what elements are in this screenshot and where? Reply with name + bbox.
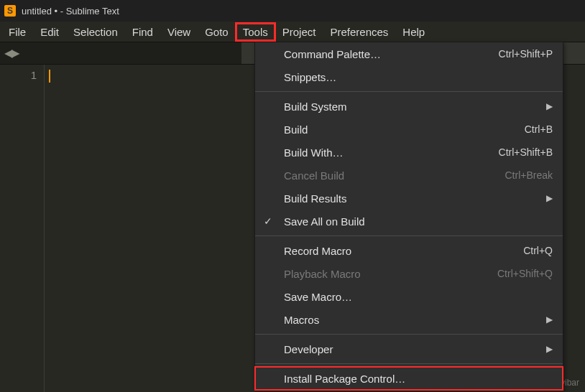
menu-install-package-control[interactable]: Install Package Control… (255, 367, 563, 390)
chevron-right-icon: ▶ (546, 101, 553, 111)
menu-label: Save All on Build (284, 215, 365, 228)
menu-label: Build Results (284, 192, 347, 205)
tools-dropdown: Command Palette… Ctrl+Shift+P Snippets… … (254, 42, 563, 391)
menu-separator (255, 91, 563, 92)
menu-bar: File Edit Selection Find View Goto Tools… (0, 22, 585, 42)
menu-label: Cancel Build (284, 169, 344, 182)
menu-label: Developer (284, 343, 333, 355)
menu-separator (255, 334, 563, 335)
menu-label: Snippets… (284, 71, 336, 83)
title-bar: S untitled • - Sublime Text (0, 0, 585, 22)
menu-file[interactable]: File (1, 23, 33, 41)
menu-playback-macro: Playback Macro Ctrl+Shift+Q (255, 262, 563, 285)
menu-shortcut: Ctrl+Shift+B (499, 146, 553, 158)
text-cursor (49, 70, 50, 83)
menu-record-macro[interactable]: Record Macro Ctrl+Q (255, 239, 563, 262)
menu-find[interactable]: Find (125, 23, 160, 41)
menu-label: Install Package Control… (284, 373, 405, 385)
menu-shortcut: Ctrl+Q (523, 245, 553, 256)
menu-label: Record Macro (284, 245, 351, 257)
menu-snippets[interactable]: Snippets… (255, 65, 563, 88)
menu-view[interactable]: View (160, 23, 198, 41)
menu-label: Save Macro… (284, 291, 352, 303)
menu-command-palette[interactable]: Command Palette… Ctrl+Shift+P (255, 42, 563, 65)
window-title: untitled • - Sublime Text (22, 6, 119, 17)
nav-back-forward-icon[interactable]: ◀▶ (4, 47, 19, 60)
menu-shortcut: Ctrl+Shift+P (499, 48, 553, 60)
app-icon: S (4, 5, 16, 17)
menu-preferences[interactable]: Preferences (323, 23, 395, 41)
line-gutter: 1 (0, 65, 45, 392)
menu-save-all-on-build[interactable]: ✓ Save All on Build (255, 210, 563, 233)
menu-help[interactable]: Help (395, 23, 432, 41)
check-icon: ✓ (264, 215, 272, 227)
menu-separator (255, 363, 563, 364)
menu-project[interactable]: Project (275, 23, 323, 41)
menu-label: Macros (284, 314, 319, 326)
chevron-right-icon: ▶ (546, 314, 553, 325)
menu-label: Command Palette… (284, 48, 381, 60)
chevron-right-icon: ▶ (546, 344, 553, 354)
menu-label: Playback Macro (284, 268, 361, 280)
chevron-right-icon: ▶ (546, 193, 553, 203)
menu-tools[interactable]: Tools (236, 23, 275, 41)
menu-shortcut: Ctrl+B (525, 123, 553, 135)
menu-edit[interactable]: Edit (33, 23, 66, 41)
menu-separator (255, 235, 563, 236)
menu-shortcut: Ctrl+Break (505, 169, 553, 181)
menu-build-results[interactable]: Build Results ▶ (255, 187, 563, 210)
menu-save-macro[interactable]: Save Macro… (255, 285, 563, 308)
menu-build-system[interactable]: Build System ▶ (255, 95, 563, 118)
menu-goto[interactable]: Goto (198, 23, 236, 41)
menu-label: Build With… (284, 146, 344, 159)
menu-label: Build System (284, 101, 347, 113)
menu-cancel-build: Cancel Build Ctrl+Break (255, 164, 563, 187)
line-number: 1 (0, 69, 37, 81)
menu-build-with[interactable]: Build With… Ctrl+Shift+B (255, 141, 563, 164)
menu-macros[interactable]: Macros ▶ (255, 308, 563, 331)
menu-label: Build (284, 123, 308, 136)
menu-selection[interactable]: Selection (66, 23, 125, 41)
menu-build[interactable]: Build Ctrl+B (255, 118, 563, 141)
menu-shortcut: Ctrl+Shift+Q (497, 268, 553, 279)
menu-developer[interactable]: Developer ▶ (255, 337, 563, 360)
